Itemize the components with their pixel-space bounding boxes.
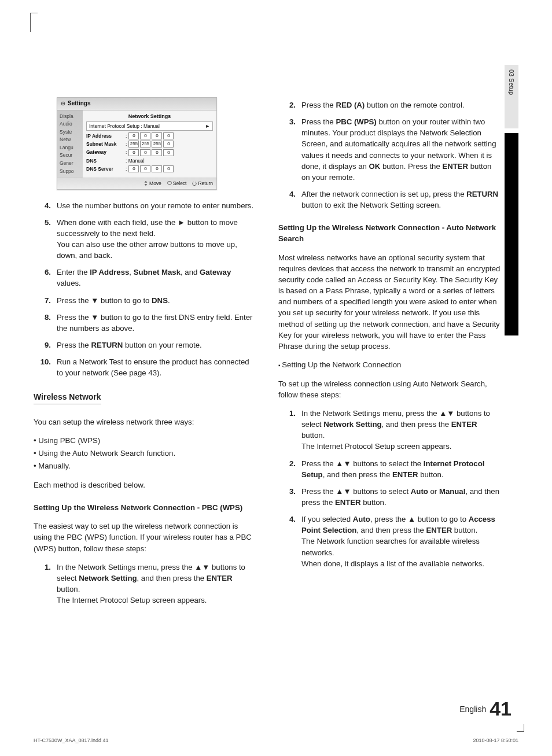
section-tab: 03 Setup xyxy=(505,65,518,128)
panel-title: Network Settings xyxy=(86,112,213,121)
protocol-row: Internet Protocol Setup : Manual ► xyxy=(86,121,213,131)
step-text: In the Network Settings menu, press the … xyxy=(57,562,256,606)
panel-header-text: Settings xyxy=(68,99,90,108)
left-steps: 4.Use the number buttons on your remote … xyxy=(34,200,256,379)
panel-header: Settings xyxy=(57,98,216,110)
wireless-note: Each method is described below. xyxy=(34,480,256,491)
auto-paragraph: Most wireless networks have an optional … xyxy=(278,252,501,352)
settings-screenshot: Settings DisplaAudioSysteNetwLanguSecurG… xyxy=(57,97,217,190)
gear-icon xyxy=(61,101,65,106)
wireless-intro: You can setup the wireless network three… xyxy=(34,416,256,427)
auto-intro: To set up the wireless connection using … xyxy=(278,378,501,400)
left-column: Settings DisplaAudioSysteNetwLanguSecurG… xyxy=(34,97,256,613)
auto-heading: Setting Up the Wireless Network Connecti… xyxy=(278,222,501,244)
crop-mark xyxy=(30,13,38,32)
page-footer: English41 xyxy=(459,698,511,720)
print-info: HT-C7530W_XAA_0817.indd 412010-08-17 8:5… xyxy=(34,737,518,743)
svg-point-1 xyxy=(62,103,64,104)
pbc-steps: 1.In the Network Settings menu, press th… xyxy=(34,562,256,606)
pbc-heading: Setting Up the Wireless Network Connecti… xyxy=(34,502,256,513)
square-bullet: Setting Up the Network Connection xyxy=(278,359,501,370)
right-steps-top: 2.Press the RED (A) button on the remote… xyxy=(278,99,501,211)
auto-steps: 1.In the Network Settings menu, press th… xyxy=(278,408,501,569)
right-arrow-icon: ► xyxy=(205,123,210,130)
panel-sidebar: DisplaAudioSysteNetwLanguSecurGenerSuppo xyxy=(57,110,83,178)
wireless-bullets: Using PBC (WPS)Using the Auto Network Se… xyxy=(34,435,256,471)
wireless-heading: Wireless Network xyxy=(34,391,101,404)
thumb-tab xyxy=(505,133,518,335)
crop-mark xyxy=(517,724,524,732)
panel-nav: Move Select Return xyxy=(57,178,216,189)
right-column: 2.Press the RED (A) button on the remote… xyxy=(278,97,518,613)
pbc-intro: The easiest way to set up the wireless n… xyxy=(34,521,256,554)
svg-rect-2 xyxy=(168,182,171,185)
